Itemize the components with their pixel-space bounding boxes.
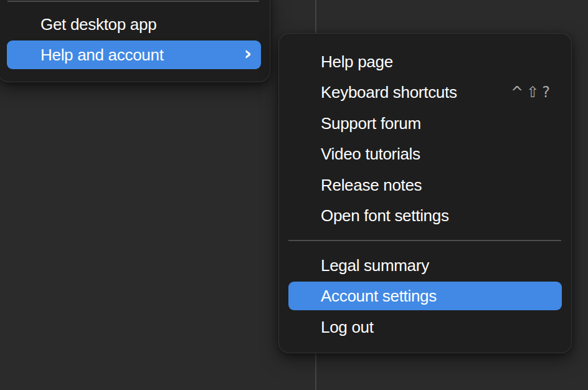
main-menu: Get desktop app Help and account › [0,0,270,82]
keyboard-shortcut-hint: ^ ⇧ ? [511,85,550,100]
menu-item-support-forum[interactable]: Support forum [288,109,562,138]
menu-item-label: Release notes [321,177,422,193]
shift-key-icon: ⇧ [526,85,539,100]
menu-item-label: Help page [321,54,393,70]
submenu-chevron-icon: › [244,44,252,63]
menu-section-divider [7,1,259,2]
control-key-icon: ^ [511,85,523,100]
menu-item-label: Support forum [321,115,421,131]
help-and-account-submenu: Help page Keyboard shortcuts ^ ⇧ ? Suppo… [278,33,572,353]
menu-item-label: Open font settings [321,207,449,224]
menu-item-open-font-settings[interactable]: Open font settings [288,201,562,230]
menu-item-video-tutorials[interactable]: Video tutorials [288,140,562,168]
menu-item-label: Keyboard shortcuts [321,84,457,100]
menu-item-label: Log out [321,319,374,335]
menu-item-label: Video tutorials [321,146,420,162]
menu-item-label: Legal summary [321,257,429,273]
app-background: Get desktop app Help and account › Help … [0,0,588,390]
question-key-icon: ? [542,85,550,100]
menu-item-log-out[interactable]: Log out [288,313,562,341]
menu-item-legal-summary[interactable]: Legal summary [288,251,562,280]
menu-item-keyboard-shortcuts[interactable]: Keyboard shortcuts ^ ⇧ ? [288,78,562,107]
menu-item-label: Get desktop app [40,16,156,32]
menu-item-label: Account settings [321,288,437,304]
menu-section-divider [288,240,561,241]
menu-item-account-settings[interactable]: Account settings [288,282,562,310]
menu-item-label: Help and account [40,47,164,63]
menu-item-help-page[interactable]: Help page [288,47,562,76]
menu-item-get-desktop-app[interactable]: Get desktop app [7,10,261,39]
menu-item-help-and-account[interactable]: Help and account › [7,40,261,69]
menu-item-release-notes[interactable]: Release notes [288,171,562,199]
